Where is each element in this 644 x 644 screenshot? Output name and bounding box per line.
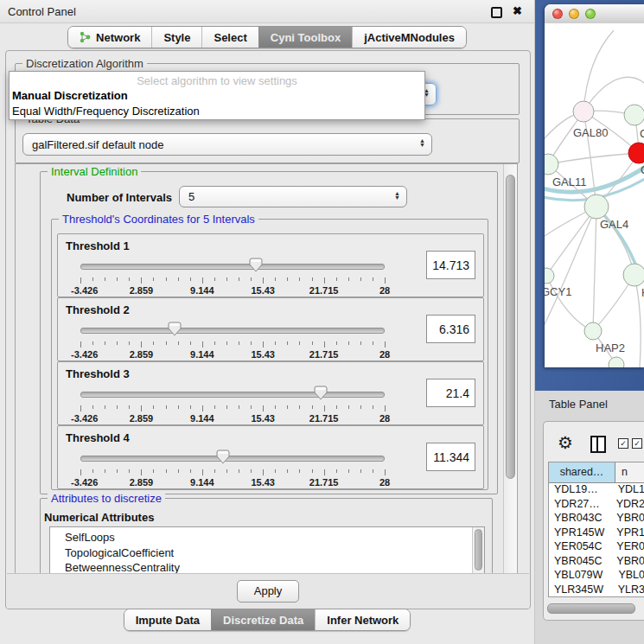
attributes-scrollbar-thumb[interactable]	[475, 529, 482, 571]
table-data-combobox[interactable]: galFiltered.sif default node ▲▼	[22, 133, 432, 156]
attribute-item-topologicalcoefficient[interactable]: TopologicalCoefficient	[50, 545, 484, 561]
columns-icon[interactable]	[590, 436, 606, 453]
algorithm-option-equal-width[interactable]: Equal Width/Frequency Discretization	[12, 105, 424, 118]
tab-jactivemnodules[interactable]: jActiveMNodules	[352, 27, 466, 48]
table-horizontal-scrollbar[interactable]	[547, 603, 635, 614]
cell-name: YER0	[609, 540, 644, 555]
slider-thumb[interactable]	[168, 322, 182, 340]
slider-thumb[interactable]	[314, 386, 328, 404]
tick-label: 2.859	[130, 477, 154, 488]
threshold-slider[interactable]: -3.4262.8599.14415.4321.71528	[80, 449, 385, 485]
float-window-icon[interactable]	[491, 7, 502, 18]
tab-network[interactable]: Network	[68, 27, 151, 48]
table-row[interactable]: YDR27…YDR2	[549, 498, 644, 513]
number-of-intervals-combobox[interactable]: 5 ▲▼	[179, 186, 407, 207]
attribute-item-selfloops[interactable]: SelfLoops	[50, 530, 484, 545]
attributes-scrollbar[interactable]	[472, 527, 484, 574]
slider-track[interactable]	[80, 328, 385, 334]
gear-icon[interactable]: ⚙	[558, 432, 573, 453]
threshold-value-field[interactable]: 11.344	[426, 443, 475, 471]
number-of-intervals-value: 5	[188, 190, 194, 203]
tick-label: -3.426	[71, 413, 98, 424]
tick-mark	[324, 277, 325, 284]
slider-track[interactable]	[80, 392, 385, 398]
tick-mark	[287, 341, 288, 345]
network-edge[interactable]	[548, 153, 639, 164]
zoom-light[interactable]	[585, 9, 596, 19]
table-row[interactable]: YBL079WYBL0	[549, 569, 644, 583]
slider-thumb[interactable]	[216, 450, 230, 468]
table-row[interactable]: YBR045CYBR0	[549, 555, 644, 570]
table-row[interactable]: YBR043CYBR0	[549, 512, 644, 526]
cyni-toolbox-panel: Discretization Algorithm ▲▼ Table Data g…	[5, 50, 531, 609]
attribute-item-betweennesscentrality[interactable]: BetweennessCentrality	[50, 560, 484, 574]
network-node-gal80[interactable]	[573, 101, 594, 122]
tick-mark	[360, 277, 361, 281]
tick-mark	[92, 469, 93, 473]
tick-mark	[129, 469, 130, 473]
cell-name: YBR0	[609, 512, 644, 526]
tick-mark	[312, 469, 313, 473]
slider-track[interactable]	[80, 456, 385, 462]
table-row[interactable]: YDL19…YDL1	[549, 483, 644, 498]
threshold-value-field[interactable]: 21.4	[426, 379, 475, 407]
network-node-h[interactable]	[623, 264, 644, 286]
node-attribute-table[interactable]: shared…n YDL19…YDL1YDR27…YDR2YBR043CYBR0…	[548, 462, 644, 597]
close-icon[interactable]: ✖	[513, 4, 522, 17]
slider-track[interactable]	[80, 264, 385, 270]
numerical-attributes-label: Numerical Attributes	[44, 511, 154, 524]
node-label: GCY1	[545, 285, 571, 298]
tick-mark	[336, 469, 337, 473]
slider-thumb[interactable]	[249, 258, 263, 276]
tick-mark	[92, 277, 93, 281]
table-row[interactable]: YER054CYER0	[549, 540, 644, 555]
threshold-slider[interactable]: -3.4262.8599.14415.4321.71528	[80, 321, 385, 357]
tick-label: 21.715	[309, 477, 339, 488]
tick-mark	[263, 405, 264, 411]
tab-label: jActiveMNodules	[364, 31, 455, 44]
column-header-shared-name[interactable]: shared…	[549, 462, 615, 482]
tab-style[interactable]: Style	[151, 27, 201, 48]
algorithm-option-manual[interactable]: Manual Discretization	[12, 89, 424, 103]
tick-mark	[275, 469, 276, 473]
table-row[interactable]: YLR345WYLR3	[549, 583, 644, 598]
network-node-hap2[interactable]	[584, 322, 602, 340]
settings-scrollbar-thumb[interactable]	[506, 175, 515, 479]
network-edge[interactable]	[583, 30, 614, 112]
apply-button[interactable]: Apply	[237, 580, 299, 603]
column-header-name[interactable]: n	[615, 462, 644, 482]
network-node-gcy1[interactable]	[545, 268, 554, 284]
threshold-value-field[interactable]: 6.316	[426, 315, 475, 343]
tick-mark	[251, 277, 252, 281]
bottom-tab-infer-network[interactable]: Infer Network	[315, 609, 410, 630]
tick-mark	[141, 405, 142, 411]
network-node[interactable]	[609, 357, 624, 367]
cell-shared-name: YDR27…	[549, 498, 609, 513]
close-light[interactable]	[552, 9, 563, 19]
bottom-tab-discretize-data[interactable]: Discretize Data	[211, 609, 315, 630]
numerical-attributes-list[interactable]: SelfLoopsTopologicalCoefficientBetweenne…	[49, 526, 485, 574]
network-canvas[interactable]: GAL80G.CGAL11GAL4GCY1HHAP2	[545, 23, 644, 367]
threshold-slider[interactable]: -3.4262.8599.14415.4321.71528	[80, 257, 385, 293]
network-edge[interactable]	[634, 275, 641, 367]
checkbox-icon[interactable]: ✓	[632, 438, 642, 449]
tick-mark	[166, 277, 167, 281]
table-row[interactable]: YPR145WYPR1	[549, 526, 644, 541]
threshold-slider[interactable]: -3.4262.8599.14415.4321.71528	[80, 385, 385, 421]
algorithm-hint-item[interactable]: Select algorithm to view settings	[10, 74, 424, 87]
network-edge[interactable]	[593, 207, 596, 331]
minimize-light[interactable]	[569, 9, 579, 19]
settings-vertical-scrollbar[interactable]	[503, 164, 517, 573]
threshold-value-field[interactable]: 14.713	[426, 251, 475, 279]
apply-strip: Apply	[7, 573, 529, 609]
tick-label: 28	[379, 349, 390, 360]
network-node-g[interactable]	[624, 105, 644, 125]
tab-select[interactable]: Select	[201, 27, 258, 48]
network-window-titlebar	[545, 4, 644, 24]
network-node-gal4[interactable]	[584, 194, 609, 219]
threshold-label: Threshold 1	[66, 239, 130, 252]
bottom-tab-impute-data[interactable]: Impute Data	[124, 609, 211, 630]
checkbox-icon[interactable]: ✓	[618, 438, 628, 449]
tab-cyni-toolbox[interactable]: Cyni Toolbox	[258, 27, 352, 48]
network-edge[interactable]	[546, 276, 593, 331]
